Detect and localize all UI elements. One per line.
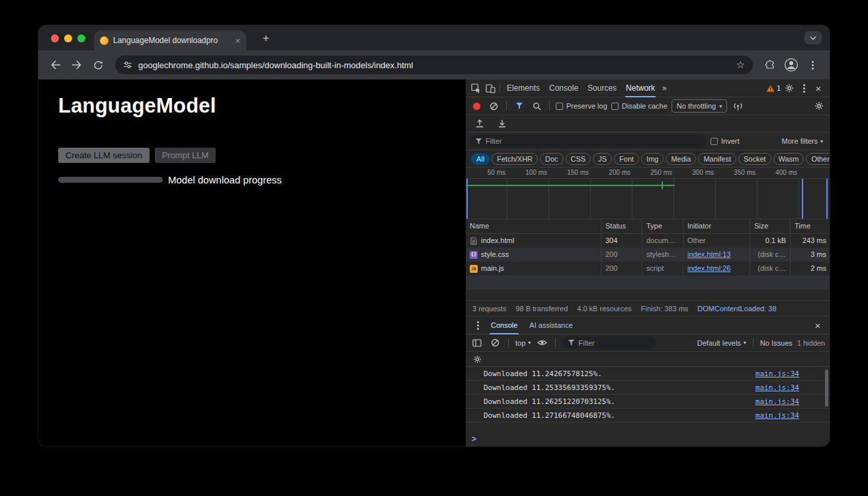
filter-chip-js[interactable]: JS (593, 153, 612, 165)
device-toolbar-button[interactable] (484, 81, 497, 95)
devtools-close-button[interactable]: × (812, 81, 825, 95)
inspect-element-button[interactable] (469, 81, 482, 95)
filter-chip-media[interactable]: Media (666, 153, 696, 165)
console-settings-button[interactable] (470, 352, 484, 366)
close-window-button[interactable] (51, 34, 59, 42)
reload-button[interactable] (89, 56, 107, 74)
tab-sources[interactable]: Sources (583, 79, 621, 97)
new-tab-button[interactable]: + (258, 30, 274, 46)
throttling-select[interactable]: No throttling ▾ (672, 99, 727, 113)
network-filter-input[interactable] (470, 135, 707, 148)
drawer-tab-ai-assistance[interactable]: AI assistance (524, 317, 578, 334)
filter-chip-img[interactable]: Img (641, 153, 664, 165)
source-link[interactable]: main.js:34 (756, 370, 799, 378)
invert-label: Invert (721, 137, 740, 145)
devtools-menu-button[interactable] (797, 81, 810, 95)
column-header-size[interactable]: Size (750, 219, 791, 233)
column-header-type[interactable]: Type (642, 219, 683, 233)
column-header-time[interactable]: Time (791, 219, 830, 233)
filter-chip-other[interactable]: Other (806, 153, 830, 165)
request-table-header: Name Status Type Initiator Size Time (466, 219, 830, 234)
log-levels-select[interactable]: Default levels ▾ (697, 339, 746, 347)
network-overview[interactable]: 50 ms 100 ms 150 ms 200 ms 250 ms 300 ms… (466, 168, 830, 219)
drawer-menu-button[interactable] (471, 319, 484, 332)
drawer-tab-console[interactable]: Console (486, 317, 523, 334)
profile-avatar[interactable] (782, 56, 801, 74)
request-row[interactable]: index.html 304 docum… Other 0.1 kB 243 m… (466, 234, 830, 248)
timeline-activity-line (466, 185, 675, 186)
create-llm-session-button[interactable]: Create LLM session (58, 148, 150, 163)
invert-checkbox[interactable]: Invert (711, 137, 740, 145)
tab-close-icon[interactable]: × (235, 36, 240, 46)
caret-down-icon: ▾ (528, 340, 531, 346)
initiator-link[interactable]: index.html:13 (687, 250, 730, 258)
filter-chip-all[interactable]: All (471, 153, 490, 165)
timeline-activity-tick (662, 181, 663, 189)
filter-chip-manifest[interactable]: Manifest (698, 153, 736, 165)
hidden-messages-link[interactable]: 1 hidden (797, 339, 825, 347)
browser-menu-button[interactable] (803, 56, 822, 74)
console-filter-input[interactable] (562, 336, 656, 349)
filter-chip-fetch-xhr[interactable]: Fetch/XHR (492, 153, 538, 165)
console-filter-field[interactable] (578, 339, 651, 347)
filter-chip-socket[interactable]: Socket (738, 153, 771, 165)
console-prompt[interactable]: > (466, 432, 830, 446)
more-filters-button[interactable]: More filters ▾ (782, 137, 826, 145)
drawer-close-button[interactable]: × (811, 319, 824, 332)
bookmark-star-icon[interactable]: ☆ (736, 59, 745, 71)
extensions-button[interactable] (761, 56, 779, 74)
forward-button[interactable] (67, 56, 86, 74)
console-scrollbar[interactable] (825, 370, 828, 407)
live-expression-button[interactable] (535, 336, 548, 350)
column-header-initiator[interactable]: Initiator (683, 219, 750, 233)
minimize-window-button[interactable] (64, 34, 72, 42)
request-size: 0.1 kB (750, 234, 791, 248)
summary-requests: 3 requests (472, 305, 506, 313)
request-row[interactable]: {} style.css 200 stylesh… index.html:13 … (466, 248, 830, 262)
throttling-value: No throttling (677, 102, 716, 110)
site-settings-icon[interactable] (123, 60, 132, 70)
filter-chip-css[interactable]: CSS (566, 153, 591, 165)
context-selector[interactable]: top ▾ (515, 339, 531, 347)
tab-elements[interactable]: Elements (502, 79, 544, 97)
back-button[interactable] (46, 56, 65, 74)
devtools-settings-button[interactable] (783, 81, 796, 95)
clear-console-button[interactable] (488, 336, 501, 350)
tab-search-button[interactable] (804, 31, 822, 44)
column-header-name[interactable]: Name (466, 219, 601, 233)
back-icon (50, 60, 61, 70)
address-bar[interactable]: googlechrome.github.io/samples/downloadi… (115, 56, 753, 74)
zoom-window-button[interactable] (77, 34, 85, 42)
tab-network[interactable]: Network (621, 79, 660, 97)
request-status: 304 (601, 234, 642, 248)
network-conditions-button[interactable] (731, 99, 744, 113)
network-filter-toggle[interactable] (513, 99, 526, 113)
issues-counter[interactable]: No Issues (760, 339, 793, 347)
column-header-status[interactable]: Status (601, 219, 642, 233)
browser-tab[interactable]: LanguageModel downloadpro × (94, 30, 246, 50)
disable-cache-checkbox[interactable]: Disable cache (611, 102, 668, 110)
filter-chip-font[interactable]: Font (614, 153, 639, 165)
tab-console-panel[interactable]: Console (544, 79, 583, 97)
filter-chip-doc[interactable]: Doc (540, 153, 564, 165)
url-text[interactable]: googlechrome.github.io/samples/downloadi… (138, 60, 413, 70)
filter-chip-wasm[interactable]: Wasm (773, 153, 804, 165)
record-network-log-button[interactable] (470, 99, 483, 113)
console-sidebar-button[interactable] (470, 336, 484, 350)
warnings-badge[interactable]: 1 (766, 84, 781, 92)
clear-network-log-button[interactable] (487, 99, 500, 113)
import-har-button[interactable] (473, 117, 486, 130)
export-har-button[interactable] (496, 117, 509, 130)
request-row[interactable]: JS main.js 200 script index.html:26 (dis… (466, 262, 830, 275)
network-settings-button[interactable] (812, 99, 826, 113)
prompt-llm-button[interactable]: Prompt LLM (155, 148, 216, 163)
source-link[interactable]: main.js:34 (756, 383, 799, 392)
source-link[interactable]: main.js:34 (756, 411, 799, 420)
more-panels-icon[interactable]: » (660, 83, 670, 93)
initiator-link[interactable]: index.html:26 (687, 264, 730, 272)
network-filter-field[interactable] (486, 137, 701, 145)
preserve-log-checkbox[interactable]: Preserve log (556, 102, 607, 110)
console-message: Downloaded 11.27166748046875%. main.js:3… (466, 409, 830, 422)
source-link[interactable]: main.js:34 (756, 397, 799, 406)
network-search-button[interactable] (530, 99, 543, 113)
